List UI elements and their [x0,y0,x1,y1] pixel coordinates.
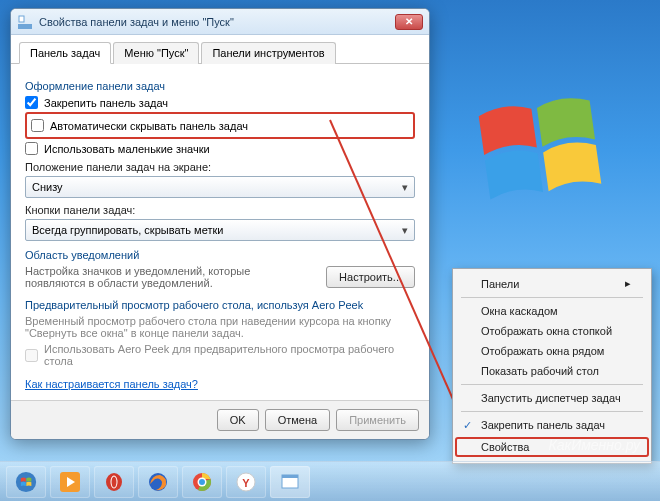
taskbar-context-menu: Панели▸ Окна каскадом Отображать окна ст… [452,268,652,464]
checkbox-lock-input[interactable] [25,96,38,109]
checkbox-autohide-input[interactable] [31,119,44,132]
label-buttons: Кнопки панели задач: [25,204,415,216]
taskbar-properties-dialog: Свойства панели задач и меню "Пуск" ✕ Па… [10,8,430,440]
menu-panels[interactable]: Панели▸ [455,273,649,294]
titlebar[interactable]: Свойства панели задач и меню "Пуск" ✕ [11,9,429,35]
windows-logo [470,80,610,220]
checkbox-small-input[interactable] [25,142,38,155]
separator [461,297,643,298]
checkbox-lock[interactable]: Закрепить панель задач [25,96,415,109]
system-icon [17,14,33,30]
peek-text: Временный просмотр рабочего стола при на… [25,315,415,339]
notification-text: Настройка значков и уведомлений, которые… [25,265,285,289]
menu-taskmgr[interactable]: Запустить диспетчер задач [455,388,649,408]
customize-button[interactable]: Настроить... [326,266,415,288]
tab-strip: Панель задач Меню "Пуск" Панели инструме… [11,35,429,64]
svg-text:Y: Y [242,477,250,489]
tab-taskbar[interactable]: Панель задач [19,42,111,64]
separator [461,411,643,412]
menu-stack[interactable]: Отображать окна стопкой [455,321,649,341]
apply-button[interactable]: Применить [336,409,419,431]
firefox-icon[interactable] [138,466,178,498]
svg-rect-0 [18,24,32,29]
chevron-down-icon: ▾ [402,181,408,194]
combo-buttons[interactable]: Всегда группировать, скрывать метки▾ [25,219,415,241]
svg-point-8 [112,476,117,487]
separator [461,384,643,385]
svg-point-3 [16,471,36,491]
help-link[interactable]: Как настраивается панель задач? [25,378,198,390]
chrome-icon[interactable] [182,466,222,498]
start-button[interactable] [6,466,46,498]
watermark: КакИменно.ру [549,437,640,453]
checkbox-peek-input [25,349,38,362]
svg-rect-16 [282,475,298,478]
close-button[interactable]: ✕ [395,14,423,30]
dialog-footer: OK Отмена Применить [11,400,429,439]
menu-show-desktop[interactable]: Показать рабочий стол [455,361,649,381]
yandex-icon[interactable]: Y [226,466,266,498]
checkbox-small-icons[interactable]: Использовать маленькие значки [25,142,415,155]
checkbox-autohide[interactable]: Автоматически скрывать панель задач [31,119,409,132]
taskbar[interactable]: Y [0,461,660,501]
checkbox-peek[interactable]: Использовать Aero Peek для предварительн… [25,343,415,367]
svg-point-12 [199,479,205,485]
group-design: Оформление панели задач [25,80,415,92]
explorer-window-icon[interactable] [270,466,310,498]
svg-rect-1 [19,16,24,22]
menu-side[interactable]: Отображать окна рядом [455,341,649,361]
media-player-icon[interactable] [50,466,90,498]
tab-start-menu[interactable]: Меню "Пуск" [113,42,199,64]
highlight-autohide: Автоматически скрывать панель задач [25,112,415,139]
cancel-button[interactable]: Отмена [265,409,330,431]
ok-button[interactable]: OK [217,409,259,431]
tab-toolbars[interactable]: Панели инструментов [201,42,335,64]
chevron-down-icon: ▾ [402,224,408,237]
menu-cascade[interactable]: Окна каскадом [455,301,649,321]
dialog-title: Свойства панели задач и меню "Пуск" [39,16,395,28]
label-position: Положение панели задач на экране: [25,161,415,173]
chevron-right-icon: ▸ [625,277,631,290]
menu-lock-taskbar[interactable]: Закрепить панель задач [455,415,649,435]
group-notification: Область уведомлений [25,249,415,261]
group-peek: Предварительный просмотр рабочего стола,… [25,299,415,311]
tab-content: Оформление панели задач Закрепить панель… [11,64,429,400]
opera-icon[interactable] [94,466,134,498]
combo-position[interactable]: Снизу▾ [25,176,415,198]
